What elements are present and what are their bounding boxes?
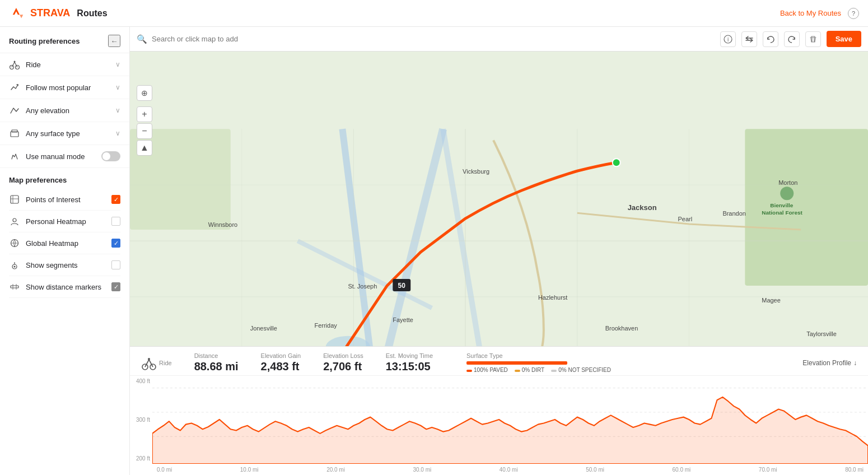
- search-input[interactable]: [152, 35, 720, 43]
- pref-elevation[interactable]: Any elevation ∨: [0, 99, 129, 122]
- pref-ride-left: Ride: [9, 59, 41, 70]
- svg-text:Morton: Morton: [778, 179, 797, 186]
- manual-icon: [9, 151, 20, 162]
- strava-wordmark: STRAVA: [30, 7, 70, 19]
- paved-legend: 100% PAVED: [466, 367, 508, 373]
- pref-ride-chevron: ∨: [115, 60, 120, 68]
- map-pref-global-label: Global Heatmap: [26, 239, 78, 248]
- svg-text:Brookhaven: Brookhaven: [605, 325, 638, 332]
- pref-popular-label: Follow most popular: [26, 83, 91, 92]
- elevation-profile-svg: [152, 376, 868, 464]
- not-specified-legend: 0% NOT SPECIFIED: [551, 367, 611, 373]
- svg-rect-7: [11, 195, 18, 203]
- pref-elevation-left: Any elevation: [9, 105, 69, 116]
- distance-label: Distance: [194, 352, 239, 359]
- x-label-80: 80.0 mi: [845, 467, 864, 473]
- moving-time-label: Est. Moving Time: [386, 352, 433, 359]
- svg-point-63: [148, 358, 150, 360]
- svg-rect-15: [11, 286, 18, 288]
- surface-icon: [9, 128, 20, 139]
- elevation-y-labels: 400 ft 300 ft 200 ft: [130, 376, 152, 464]
- elevation-profile-arrow-icon: ↓: [853, 359, 857, 367]
- map-pref-distance-label: Show distance markers: [26, 283, 101, 291]
- elevation-gain-stat: Elevation Gain 2,483 ft: [261, 352, 301, 373]
- ride-stat-icon: [141, 355, 157, 371]
- elevation-x-labels: 0.0 mi 10.0 mi 20.0 mi 30.0 mi 40.0 mi 5…: [152, 464, 868, 475]
- elevation-profile-button[interactable]: Elevation Profile ↓: [802, 359, 857, 367]
- pref-elevation-chevron: ∨: [115, 106, 120, 114]
- stats-bar: Ride Distance 88.68 mi Elevation Gain 2,…: [130, 346, 868, 475]
- global-heatmap-icon: [9, 238, 20, 249]
- map-pref-personal-heatmap[interactable]: Personal Heatmap: [9, 211, 120, 232]
- pref-popular-chevron: ∨: [115, 83, 120, 91]
- zoom-in-button[interactable]: +: [137, 106, 152, 122]
- delete-button[interactable]: [805, 31, 821, 47]
- map-pref-poi-left: Points of Interest: [9, 194, 81, 205]
- segments-checkbox[interactable]: [111, 260, 120, 269]
- pref-manual[interactable]: Use manual mode: [0, 145, 129, 168]
- svg-point-34: [613, 159, 620, 166]
- map-pref-global-heatmap[interactable]: Global Heatmap ✓: [9, 232, 120, 254]
- map-toolbar-right: i Save: [720, 31, 861, 47]
- map-pref-poi[interactable]: Points of Interest ✓: [9, 189, 120, 211]
- svg-text:Jonesville: Jonesville: [250, 325, 277, 332]
- pref-surface[interactable]: Any surface type ∨: [0, 122, 129, 145]
- redo-button[interactable]: [784, 31, 800, 47]
- svg-text:Vicksburg: Vicksburg: [463, 168, 489, 175]
- map-pref-personal-left: Personal Heatmap: [9, 216, 86, 227]
- pref-elevation-label: Any elevation: [26, 106, 69, 115]
- info-toolbar-button[interactable]: i: [720, 31, 736, 47]
- toggle-knob: [102, 152, 110, 160]
- poi-checkbox[interactable]: ✓: [111, 195, 120, 204]
- reverse-route-button[interactable]: [741, 31, 757, 47]
- svg-marker-0: [13, 8, 20, 15]
- pref-popular[interactable]: Follow most popular ∨: [0, 76, 129, 99]
- pref-surface-label: Any surface type: [26, 129, 80, 138]
- x-label-10: 10.0 mi: [240, 467, 259, 473]
- svg-text:National Forest: National Forest: [762, 209, 802, 216]
- north-button[interactable]: ▲: [137, 140, 152, 156]
- x-label-0: 0.0 mi: [157, 467, 172, 473]
- map-pref-segments[interactable]: Show segments: [9, 254, 120, 276]
- map-pref-distance[interactable]: Show distance markers ✓: [9, 276, 120, 298]
- svg-text:Taylorsville: Taylorsville: [806, 330, 837, 337]
- personal-heatmap-checkbox[interactable]: [111, 217, 120, 226]
- map-pref-poi-label: Points of Interest: [26, 195, 81, 204]
- global-heatmap-checkbox[interactable]: ✓: [111, 239, 120, 248]
- svg-text:Jackson: Jackson: [628, 203, 657, 212]
- undo-button[interactable]: [763, 31, 778, 47]
- segments-icon: [9, 259, 20, 271]
- help-button[interactable]: ?: [848, 8, 859, 19]
- svg-rect-21: [745, 129, 868, 286]
- elevation-loss-stat: Elevation Loss 2,706 ft: [323, 352, 363, 373]
- pref-ride[interactable]: Ride ∨: [0, 53, 129, 76]
- sidebar-back-button[interactable]: ←: [108, 35, 120, 47]
- pref-manual-label: Use manual mode: [26, 152, 85, 161]
- distance-markers-checkbox[interactable]: ✓: [111, 282, 120, 291]
- save-button[interactable]: Save: [827, 31, 861, 47]
- map-container[interactable]: 🔍 i Save: [130, 27, 868, 475]
- location-button[interactable]: ⊕: [137, 85, 152, 101]
- back-to-routes-link[interactable]: Back to My Routes: [780, 9, 841, 17]
- pref-manual-left: Use manual mode: [9, 151, 85, 162]
- zoom-out-button[interactable]: −: [137, 123, 152, 139]
- svg-text:50: 50: [398, 282, 406, 290]
- y-label-400: 400 ft: [130, 378, 150, 384]
- pref-surface-left: Any surface type: [9, 128, 80, 139]
- surface-legend: 100% PAVED 0% DIRT 0% NOT SPECIFIED: [466, 367, 611, 373]
- elevation-loss-value: 2,706 ft: [323, 360, 363, 373]
- elevation-chart: 400 ft 300 ft 200 ft 0.0 mi: [130, 376, 868, 475]
- elevation-gain-value: 2,483 ft: [261, 360, 301, 373]
- elevation-gain-label: Elevation Gain: [261, 352, 301, 359]
- distance-value: 88.68 mi: [194, 360, 239, 373]
- dirt-legend: 0% DIRT: [515, 367, 544, 373]
- search-icon: 🔍: [137, 34, 147, 44]
- y-label-300: 300 ft: [130, 417, 150, 423]
- svg-text:Bienville: Bienville: [770, 202, 793, 208]
- ride-label: Ride: [159, 360, 172, 366]
- sidebar: Routing preferences ← Ride ∨ Follow most…: [0, 27, 130, 475]
- manual-mode-toggle[interactable]: [101, 151, 120, 161]
- x-label-50: 50.0 mi: [586, 467, 604, 473]
- popular-icon: [9, 82, 20, 93]
- svg-text:Brandon: Brandon: [722, 210, 745, 217]
